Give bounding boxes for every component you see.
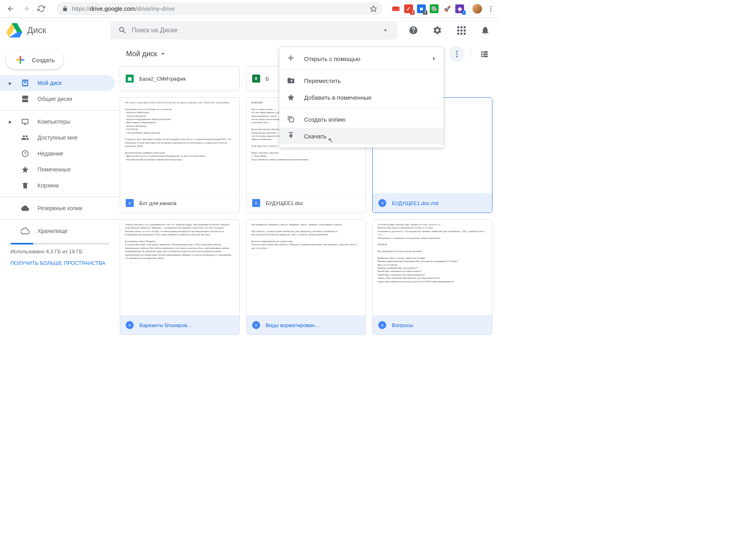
shared-drives-icon (21, 95, 30, 103)
expand-icon[interactable]: ▶ (9, 81, 13, 85)
ctx-download[interactable]: Скачать ↖ (279, 128, 444, 144)
forward-button[interactable] (19, 2, 33, 16)
file-card[interactable]: Ссылки на Ваш личный сайт, аккаунты в со… (372, 219, 492, 335)
star-icon (21, 165, 30, 174)
sidebar-item-recent[interactable]: Недавние (0, 146, 115, 162)
drive-logo-icon (6, 22, 22, 38)
sidebar-item-storage[interactable]: Хранилище (0, 223, 115, 239)
sidebar-item-backups[interactable]: Резервные копии (0, 200, 115, 216)
ctx-add-star[interactable]: Добавить в помеченные (279, 89, 444, 106)
file-name: Виды ворматирован… (266, 322, 320, 328)
file-name: Вопросы (392, 322, 413, 328)
docs-icon: ≡ (378, 321, 386, 329)
browser-toolbar: https://drive.google.com/drive/my-drive … (0, 0, 500, 18)
ctx-label: Создать копию (304, 116, 346, 123)
sidebar-item-shared-with-me[interactable]: Доступные мне (0, 130, 115, 146)
search-options-icon[interactable] (381, 26, 389, 34)
excel-icon: X (252, 75, 260, 83)
profile-avatar[interactable] (472, 4, 482, 14)
star-icon[interactable] (370, 5, 377, 12)
ext-purple-icon[interactable]: ◆! (455, 4, 464, 13)
download-icon (287, 132, 295, 140)
drive-small-icon (21, 79, 30, 87)
evernote-icon[interactable]: 🐘 (430, 4, 439, 13)
file-card[interactable]: Сейчас уже мало кто сомневается в том, ч… (120, 219, 240, 335)
svg-point-3 (490, 10, 492, 11)
apps-grid-icon (457, 26, 466, 35)
file-preview: Как правильно оформить ленту в Telegram:… (247, 220, 366, 315)
more-actions-button[interactable] (449, 46, 465, 62)
chevron-down-icon (159, 50, 167, 58)
breadcrumb[interactable]: Мой диск (120, 50, 167, 58)
logo-area[interactable]: Диск (6, 22, 110, 38)
file-name: Б (266, 76, 269, 82)
svg-marker-0 (371, 6, 377, 11)
apps-button[interactable] (453, 22, 469, 38)
docs-icon: ≡ (126, 199, 134, 207)
file-card[interactable]: ▦База2_СМИтрафик (120, 66, 240, 91)
file-card[interactable]: Тэг поста • категории в боте. Если в пос… (120, 97, 240, 213)
breadcrumb-label: Мой диск (126, 50, 157, 58)
file-name: База2_СМИтрафик (139, 76, 186, 82)
ctx-label: Переместить (304, 77, 341, 84)
ext-rocket-icon[interactable]: 🚀 (443, 4, 451, 13)
url-host: drive.google.com (90, 5, 135, 12)
nav-label: Недавние (38, 150, 63, 157)
url-path: /drive/my-drive (135, 5, 174, 12)
help-button[interactable] (405, 22, 421, 38)
docs-icon: ≡ (252, 199, 260, 207)
chevron-right-icon (430, 55, 437, 62)
storage-bar (10, 243, 109, 245)
nav-label: Помеченные (38, 166, 71, 173)
lock-icon (62, 6, 68, 12)
computers-icon (21, 117, 30, 126)
notifications-button[interactable] (477, 22, 493, 38)
reload-button[interactable] (34, 2, 48, 16)
back-button[interactable] (4, 2, 18, 16)
svg-point-5 (456, 51, 458, 52)
view-list-button[interactable] (476, 46, 492, 62)
sidebar-item-shared-drives[interactable]: Общие диски (0, 91, 115, 107)
sidebar-item-trash[interactable]: Корзина (0, 177, 115, 193)
storage-upgrade-link[interactable]: ПОЛУЧИТЬ БОЛЬШЕ ПРОСТРАНСТВА (10, 259, 109, 267)
cloud-outline-icon (21, 227, 30, 235)
svg-point-2 (490, 8, 492, 9)
url-protocol: https:// (72, 5, 90, 12)
sidebar-item-computers[interactable]: ▶ Компьютеры (0, 114, 115, 130)
file-name: БУДУЩЕЕ1.doc (266, 200, 303, 206)
ctx-label: Открыть с помощью (304, 55, 360, 62)
ctx-move[interactable]: Переместить (279, 72, 444, 89)
file-card[interactable]: Как правильно оформить ленту в Telegram:… (246, 219, 366, 335)
ctx-make-copy[interactable]: Создать копию (279, 111, 444, 128)
create-button[interactable]: Создать (6, 50, 63, 69)
address-bar[interactable]: https://drive.google.com/drive/my-drive (57, 2, 383, 15)
docs-icon: ≡ (378, 199, 386, 207)
sheets-icon: ▦ (126, 75, 134, 83)
cloud-filled-icon (21, 204, 30, 213)
expand-icon[interactable]: ▶ (9, 120, 13, 124)
file-preview: Ссылки на Ваш личный сайт, аккаунты в со… (373, 220, 492, 315)
sidebar-item-my-drive[interactable]: ▶ Мой диск (0, 75, 115, 91)
todoist-icon[interactable]: ✓3 (404, 4, 413, 13)
star-icon (287, 93, 295, 102)
sidebar-item-starred[interactable]: Помеченные (0, 162, 115, 177)
settings-button[interactable] (429, 22, 445, 38)
extensions-area: ✓3 ■7 🐘 🚀 ◆! (391, 4, 496, 14)
app-name: Диск (27, 25, 46, 35)
drive-header: Диск Поиск на Диске (0, 18, 500, 43)
folder-move-icon (287, 76, 295, 85)
sidebar: Создать ▶ Мой диск Общие диски ▶ Компьют… (0, 43, 120, 379)
nav-label: Мой диск (38, 80, 61, 86)
ctx-open-with[interactable]: Открыть с помощью (279, 50, 444, 67)
svg-point-1 (490, 6, 492, 7)
chrome-menu-button[interactable] (486, 4, 496, 14)
plus-icon (14, 54, 26, 66)
storage-block: Использовано 4,3 ГБ из 19 ГБ ПОЛУЧИТЬ БО… (0, 239, 120, 271)
ext-blue-icon[interactable]: ■7 (417, 4, 426, 13)
file-name: БУДУЩЕЕ1.doc.md (392, 200, 438, 206)
gmail-icon[interactable] (391, 4, 400, 13)
nav-label: Компьютеры (38, 118, 71, 125)
nav-label: Хранилище (38, 228, 68, 234)
nav-label: Резервные копии (38, 205, 82, 211)
search-bar[interactable]: Поиск на Диске (110, 21, 397, 39)
